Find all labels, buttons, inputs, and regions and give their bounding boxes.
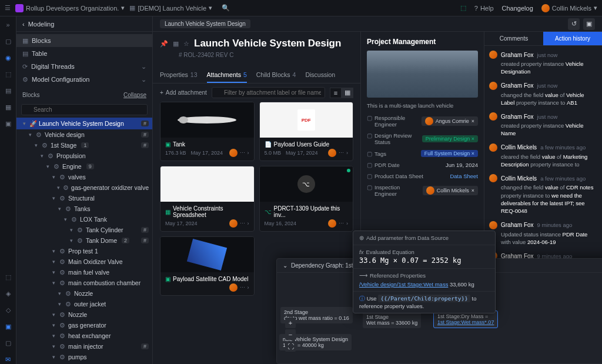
search-icon[interactable]: 🔍 (222, 4, 230, 12)
tree-item[interactable]: ▾⚙pumps (16, 352, 152, 362)
menu-icon[interactable]: ☰ (5, 4, 11, 12)
menu-item-digital-threads[interactable]: ⟳ Digital Threads⌄ (16, 60, 152, 73)
equation-value: 33.6 Mg × 0.07 = 2352 kg (359, 256, 489, 265)
attachment-card[interactable]: ▣ Payload Satellite CAD Model⋯› (160, 236, 255, 296)
chevron-down-icon[interactable]: ⌄ (283, 262, 287, 269)
help-icon: ? (474, 5, 478, 12)
tab-discussion[interactable]: Discussion (305, 68, 335, 83)
nav-icon-b6[interactable]: ✉ (4, 355, 13, 364)
info-icon: ⓘ (359, 295, 365, 302)
history-icon[interactable]: ↺ (568, 18, 580, 30)
tab-action-history[interactable]: Action history (543, 32, 602, 45)
dg-node[interactable]: 1st StageWet mass = 33600 kg (363, 312, 421, 328)
tree-item[interactable]: ▾⚙LOX Tank (16, 214, 152, 225)
menu-item-table[interactable]: ▤ Table (16, 47, 152, 60)
activity-item: Graham Fox just nowcreated property inst… (489, 51, 597, 76)
tab-properties[interactable]: Properties13 (160, 68, 198, 83)
tree-item[interactable]: ▾⚙main injector# (16, 341, 152, 352)
tab-child-blocks[interactable]: Child Blocks4 (256, 68, 296, 83)
nav-icon-5[interactable]: ▦ (4, 102, 13, 112)
icon-sidebar: » ▢ ◉ ⬚ ▤ ▦ ▣ ⬚ ◈ ◇ ▣ ▢ ✉ (0, 16, 16, 364)
tree-item[interactable]: ▾⚙1st Stage1# (16, 140, 152, 151)
tree-item[interactable]: ▾🚀Launch Vehicle System Design# (16, 118, 152, 129)
changelog-link[interactable]: Changelog (502, 5, 533, 12)
more-icon: ⋯ (240, 150, 245, 156)
nav-icon-b3[interactable]: ◇ (4, 305, 13, 315)
tree-item[interactable]: ▾⚙main combustion chamber (16, 278, 152, 288)
chevron-down-icon: ▾ (121, 4, 125, 12)
pin-icon[interactable]: 📌 (160, 40, 168, 48)
add-param-link[interactable]: ⊕ Add parameter from Data Source (359, 235, 489, 241)
add-attachment-button[interactable]: + Add attachment (160, 89, 207, 96)
status-icon[interactable]: ⬚ (460, 4, 466, 12)
tree-item[interactable]: ▾⚙Prop test 1 (16, 246, 152, 256)
tree-item[interactable]: ▾⚙Nozzle (16, 309, 152, 320)
tree-item[interactable]: ▾⚙Vehicle design# (16, 129, 152, 140)
dashboard-icon[interactable]: ▢ (4, 36, 13, 46)
menu-item-model-configuration[interactable]: ⚙ Model Configuration⌄ (16, 73, 152, 86)
tree-item[interactable]: ▾⚙Engine9 (16, 161, 152, 172)
pm-field: ▢Responsible EngineerAngus Comrie × (367, 115, 478, 128)
hash-icon: # (179, 52, 182, 58)
tree-item[interactable]: ▾⚙main fuel valve (16, 267, 152, 278)
chevron-down-icon: ▾ (209, 4, 212, 12)
tree-item[interactable]: ▾⚙Structural (16, 193, 152, 203)
user-menu[interactable]: Collin Mickels ▾ (541, 4, 597, 12)
attachment-search-input[interactable] (212, 87, 325, 98)
tree-item[interactable]: ▾⚙heat exchanger (16, 330, 152, 341)
formula-tooltip: ⊕ Add parameter from Data Source fx Eval… (353, 231, 496, 313)
activity-item: Graham Fox just nowcreated property inst… (489, 112, 597, 138)
plus-icon: + (160, 89, 163, 96)
nav-icon-6[interactable]: ▣ (4, 119, 13, 128)
attachment-card[interactable]: ▦ Vehicle Constraints SpreadsheetMay 17,… (160, 166, 255, 232)
menu-item-blocks[interactable]: ▦ Blocks (16, 34, 152, 47)
panel-icon[interactable]: ▣ (583, 18, 595, 30)
tree-search-input[interactable] (21, 104, 148, 115)
star-icon[interactable]: ☆ (183, 40, 189, 48)
nav-icon-b2[interactable]: ◈ (4, 289, 13, 298)
project-dropdown[interactable]: ▦ [DEMO] Launch Vehicle ▾ (129, 4, 212, 12)
back-icon[interactable]: ‹ (22, 21, 25, 28)
grid-icon[interactable]: ▦ (173, 40, 179, 48)
tree-item[interactable]: ▾⚙valves (16, 172, 152, 182)
pm-field: ▢TagsFull System Design × (367, 150, 478, 157)
tree-item[interactable]: ▾⚙Propulsion (16, 151, 152, 161)
tab-attachments[interactable]: Attachments5 (207, 68, 247, 83)
plus-circle-icon: ⊕ (359, 235, 364, 241)
attachment-card[interactable]: ⌥⌥ PDRCT-1309 Update this inv...May 16, … (259, 166, 354, 232)
tree-item[interactable]: ▾⚙gas-generator oxidizer valve (16, 182, 152, 193)
expand-icon[interactable]: » (4, 20, 13, 29)
tree-item[interactable]: ▾⚙outer jacket (16, 299, 152, 309)
tree-item[interactable]: ▾⚙Tanks (16, 203, 152, 214)
more-icon: ⋯ (240, 221, 245, 226)
collapse-link[interactable]: Collapse (123, 92, 146, 98)
panel-title: Modeling (28, 21, 55, 28)
more-icon: ⋯ (240, 285, 245, 290)
breadcrumb[interactable]: Launch Vehicle System Design (160, 19, 250, 28)
zoom-out-button[interactable]: − (285, 329, 296, 340)
help-link[interactable]: ?Help (474, 5, 494, 12)
zoom-in-button[interactable]: + (285, 318, 296, 328)
tab-comments[interactable]: Comments (484, 32, 543, 45)
nav-icon-b5[interactable]: ▢ (4, 338, 13, 348)
fit-button[interactable]: ⛶ (285, 341, 296, 352)
blocks-icon[interactable]: ◉ (4, 53, 13, 62)
org-dropdown[interactable]: Rollup Developers Organization. ▾ (15, 4, 125, 12)
attachment-card[interactable]: ▣ Tank176.3 kBMay 17, 2024⋯› (160, 102, 255, 161)
grid-view-button[interactable]: ▦ (342, 88, 353, 98)
more-icon: ⋯ (339, 221, 344, 226)
tree-item[interactable]: ▾⚙gas generator (16, 320, 152, 330)
nav-icon-b4[interactable]: ▣ (4, 322, 13, 331)
fx-icon: fx (359, 249, 363, 255)
activity-item: Graham Fox just nowchanged the field val… (489, 82, 597, 107)
tree-item[interactable]: ▾⚙Main Oxidizer Valve (16, 256, 152, 267)
attachment-card[interactable]: PDF📄 Payload Users Guide5.0 MBMay 17, 20… (259, 102, 354, 161)
ref-link[interactable]: /Vehicle design/1st Stage:Wet mass (359, 281, 448, 288)
nav-icon-b1[interactable]: ⬚ (4, 272, 13, 282)
tree-item[interactable]: ▾⚙Tank Dome2# (16, 235, 152, 246)
list-view-button[interactable]: ≡ (330, 88, 342, 98)
nav-icon-4[interactable]: ▤ (4, 86, 13, 95)
nav-icon-3[interactable]: ⬚ (4, 69, 13, 79)
tree-item[interactable]: ▾⚙Nozzle (16, 288, 152, 299)
tree-item[interactable]: ▾⚙Tank Cylinder# (16, 225, 152, 235)
